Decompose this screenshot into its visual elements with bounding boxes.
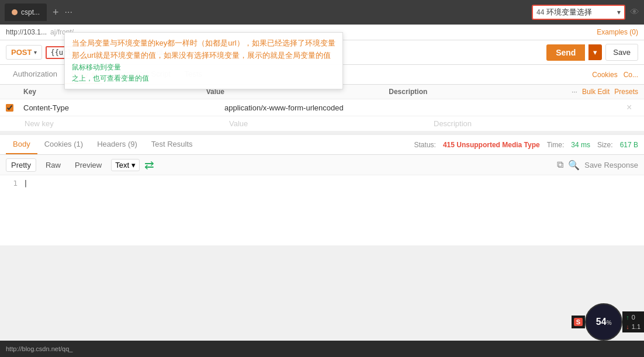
speed-percent: 54%	[596, 317, 612, 327]
new-desc-placeholder[interactable]: Description	[434, 119, 638, 128]
type-label: Text	[115, 161, 129, 169]
row-delete-icon[interactable]: ×	[626, 102, 638, 113]
examples-link[interactable]: Examples (0)	[597, 28, 638, 36]
download-val: 1.1	[632, 323, 640, 330]
th-description: Description	[389, 88, 572, 96]
cursor-blink: |	[23, 179, 28, 188]
res-tab-test-results[interactable]: Test Results	[144, 135, 200, 154]
chevron-down-icon: ▾	[617, 8, 621, 16]
cookies-count: (1)	[74, 140, 83, 148]
side-stats: ↑ 0 ↓ 1.1	[622, 311, 644, 332]
format-preview-button[interactable]: Preview	[70, 159, 106, 171]
tooltip-sub1: 鼠标移动到变量	[72, 62, 335, 73]
s-icon: S	[574, 318, 583, 326]
upload-arrow-icon: ↑	[626, 314, 629, 321]
response-status-info: Status: 415 Unsupported Media Type Time:…	[414, 141, 638, 149]
new-key-placeholder[interactable]: New key	[6, 119, 229, 128]
send-button[interactable]: Send	[546, 44, 585, 61]
download-arrow-icon: ↓	[626, 323, 629, 330]
response-body-toolbar: Pretty Raw Preview Text ▾ ⇄ ⧉ 🔍 Save Res…	[0, 155, 644, 175]
new-val-placeholder[interactable]: Value	[229, 119, 434, 128]
tab-label: cspt...	[21, 8, 40, 16]
top-bar: cspt... + ··· 44 环境变量选择 ▾ 👁	[0, 0, 644, 25]
bottom-url: http://blog.csdn.net/qq_	[6, 345, 72, 352]
tooltip-line2: 那么url就是环境变量的值，如果没有选择环境变量，展示的就是全局变量的值	[72, 50, 335, 62]
row-checkbox[interactable]	[6, 104, 23, 112]
save-button[interactable]: Save	[605, 44, 638, 61]
code-content[interactable]: |	[23, 179, 638, 242]
send-dropdown-button[interactable]: ▾	[588, 44, 602, 60]
row-key[interactable]: Content-Type	[23, 103, 224, 112]
type-arrow-icon: ▾	[131, 161, 136, 169]
format-raw-button[interactable]: Raw	[41, 159, 65, 171]
eye-button[interactable]: 👁	[630, 7, 639, 18]
bottom-status-bar: http://blog.csdn.net/qq_	[0, 341, 644, 357]
format-pretty-button[interactable]: Pretty	[6, 158, 36, 172]
time-value: 34 ms	[571, 141, 590, 149]
row-check-input[interactable]	[6, 104, 13, 112]
method-arrow-icon: ▾	[34, 49, 37, 56]
status-value: 415 Unsupported Media Type	[443, 141, 540, 149]
response-tabs-bar: Body Cookies (1) Headers (9) Test Result…	[0, 134, 644, 155]
search-response-button[interactable]: 🔍	[568, 160, 580, 171]
line-numbers: 1	[6, 179, 23, 242]
method-selector[interactable]: POST ▾	[6, 45, 42, 60]
copy-response-button[interactable]: ⧉	[557, 160, 563, 170]
save-response-button[interactable]: Save Response	[584, 161, 638, 169]
res-tab-cookies[interactable]: Cookies (1)	[37, 135, 90, 154]
download-stat: ↓ 1.1	[626, 323, 640, 330]
url-display: http://103.1...	[6, 28, 47, 36]
tooltip-overlay: 当全局变量与环境变量的key都一样时（如都是url），如果已经选择了环境变量 那…	[64, 32, 343, 89]
add-tab-button[interactable]: +	[50, 6, 61, 19]
th-actions: ··· Bulk Edit Presets	[572, 88, 638, 96]
speedometer: 54%	[585, 303, 622, 341]
size-value: 617 B	[620, 141, 638, 149]
wrap-button[interactable]: ⇄	[144, 158, 154, 172]
more-tabs-button[interactable]: ···	[65, 7, 72, 18]
corner-widget: S 54% ↑ 0 ↓ 1.1	[572, 303, 644, 341]
tab-authorization[interactable]: Authorization	[6, 65, 64, 84]
tooltip-sub2: 之上，也可查看变量的值	[72, 73, 335, 84]
response-code-area[interactable]: 1 |	[0, 175, 644, 245]
env-label: 环境变量选择	[546, 7, 615, 18]
top-right: 44 环境变量选择 ▾ 👁	[532, 5, 639, 20]
new-key-row: New key Value Description	[0, 116, 644, 131]
type-selector[interactable]: Text ▾	[111, 159, 140, 171]
size-label: Size:	[597, 141, 613, 149]
env-selector[interactable]: 44 环境变量选择 ▾	[532, 5, 625, 20]
current-tab[interactable]: cspt...	[5, 4, 47, 21]
status-label: Status:	[414, 141, 436, 149]
tooltip-line1: 当全局变量与环境变量的key都一样时（如都是url），如果已经选择了环境变量	[72, 37, 335, 50]
method-label: POST	[11, 48, 32, 57]
headers-count: (9)	[128, 140, 137, 148]
table-row: Content-Type application/x-www-form-urle…	[0, 99, 644, 116]
res-tab-headers[interactable]: Headers (9)	[90, 135, 144, 154]
upload-stat: ↑ 0	[626, 314, 640, 321]
time-label: Time:	[547, 141, 565, 149]
presets-link[interactable]: Presets	[614, 88, 638, 96]
cookies-link[interactable]: Cookies Co...	[592, 71, 638, 79]
row-value[interactable]: application/x-www-form-urlencoded	[224, 103, 425, 112]
tab-dot	[12, 9, 18, 15]
upload-val: 0	[632, 314, 635, 321]
env-num: 44	[536, 8, 544, 16]
res-tab-body[interactable]: Body	[6, 135, 37, 154]
response-icons: ⧉ 🔍 Save Response	[557, 160, 638, 171]
bulk-edit-link[interactable]: Bulk Edit	[582, 88, 610, 96]
